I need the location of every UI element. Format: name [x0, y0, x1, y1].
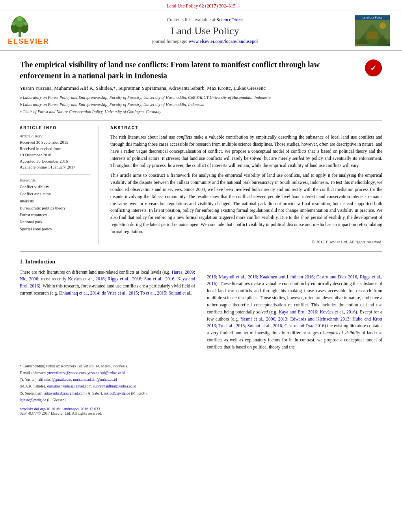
maryudi-ref[interactable]: Maryudi et al., 2016: [219, 274, 257, 279]
history-label: Article history:: [20, 134, 90, 138]
cover-title-bar: Land Use Policy: [355, 15, 390, 20]
keyword-7: Special zone policy: [20, 226, 90, 233]
affiliation-a: a Laboratory on Forest Policy and Entrep…: [20, 95, 382, 101]
svg-point-7: [17, 17, 22, 21]
sun-ref[interactable]: Sun et al., 2016: [144, 276, 174, 281]
soltani2016-ref[interactable]: 2016: [207, 274, 216, 279]
journal-header: ELSEVIER Contents lists available at Sci…: [0, 11, 402, 51]
sciencedirect-link[interactable]: ScienceDirect: [216, 17, 243, 22]
intro-right-text: 2016; Maryudi et al., 2016; Kaakinen and…: [207, 274, 382, 351]
to2015-ref[interactable]: To et al., 2015: [218, 323, 245, 328]
authors: Yusran Yusrana, Muhammad Alif K. Sahidea…: [20, 85, 382, 91]
available-online: Available online 14 January 2017: [20, 164, 90, 171]
issn-text: 0264-8377/© 2017 Elsevier Ltd. All right…: [20, 411, 382, 415]
affiliations: a Laboratory on Forest Policy and Entrep…: [20, 95, 382, 115]
keyword-2: Conflict escalation: [20, 191, 90, 198]
elsevier-logo: ELSEVIER: [8, 16, 55, 46]
intro-left-column: 1. Introduction There are rich literatur…: [20, 259, 195, 354]
svg-rect-0: [19, 32, 21, 37]
two-column-section: ARTICLE INFO Article history: Received 3…: [20, 120, 382, 244]
dhiaulhaq-ref[interactable]: Dhiaulhaq et al., 2014: [59, 291, 99, 295]
article-title: The empirical visibility of land use con…: [20, 59, 359, 81]
email-label: E-mail addresses:: [20, 371, 46, 375]
cover-svg: [355, 20, 390, 44]
elsevier-name: ELSEVIER: [8, 37, 49, 46]
journal-ref-text: Land Use Policy 62 (2017) 302–315: [167, 3, 236, 9]
soltani-ref[interactable]: Soltani et al.: [169, 291, 192, 295]
keywords-list: Conflict visibility Conflict escalation …: [20, 184, 90, 233]
copyright-text: © 2017 Elsevier Ltd. All rights reserved…: [110, 239, 382, 244]
received-date: Received 30 September 2015: [20, 139, 90, 146]
email-krott[interactable]: mkrott@gwdg.de: [104, 391, 130, 395]
email-line-4: (S. Supratman), adrayantisabar@gmail.com…: [20, 391, 382, 396]
journal-cover: Land Use Policy: [355, 15, 390, 46]
email-line-3: (M.A.K. Sahide), supratman.unhas@gmail.c…: [20, 384, 382, 389]
article-title-section: The empirical visibility of land use con…: [20, 59, 382, 81]
kovacs2016-ref[interactable]: Kovács et al., 2016: [320, 310, 355, 314]
kovacs-ref[interactable]: Kovács et al., 2016: [68, 276, 105, 281]
journal-homepage-link[interactable]: www.elsevier.com/locate/landusepol: [188, 39, 258, 44]
keyword-3: Interests: [20, 198, 90, 205]
svg-text:CrossMark: CrossMark: [368, 74, 380, 76]
keywords-label: Keywords:: [20, 178, 90, 182]
kaya-erol2016-ref[interactable]: Kaya and Erol, 2016: [279, 310, 317, 314]
page: Land Use Policy 62 (2017) 302–315 ELSEVI…: [0, 0, 402, 532]
email-sabar[interactable]: adrayantisabar@gmail.com: [44, 391, 86, 395]
journal-center: Contents lists available at ScienceDirec…: [55, 17, 355, 44]
email-alif1[interactable]: alif.mksr@gmail.com: [39, 378, 71, 382]
journal-reference: Land Use Policy 62 (2017) 302–315: [0, 0, 402, 11]
nie-ref[interactable]: Nie, 2006: [20, 276, 38, 281]
journal-title: Land Use Policy: [55, 25, 355, 37]
kaakinen-ref[interactable]: Kaakinen and Lehtinen 2016: [260, 274, 313, 279]
keyword-4: Bureaucratic politics theory: [20, 205, 90, 212]
email-giessen[interactable]: lgiesse@gwdg.de: [20, 398, 46, 402]
section-divider: [20, 251, 382, 252]
abstract-text: The rich literatures about land use conf…: [110, 134, 382, 235]
abstract-para-2: This article aims to construct a framewo…: [110, 172, 382, 235]
svg-text:✓: ✓: [370, 64, 377, 72]
hares-ref[interactable]: Hares, 2009: [172, 270, 194, 274]
abstract-heading: ABSTRACT: [110, 126, 382, 130]
svg-point-6: [24, 22, 28, 26]
email-line-5: lgiesse@gwdg.de (L. Giessen).: [20, 397, 382, 403]
corresponding-author: * Corresponding author at: Kompleks BB V…: [20, 363, 382, 369]
received-revised-label: Received in revised form: [20, 146, 90, 152]
article-info-section: ARTICLE INFO Article history: Received 3…: [20, 126, 99, 244]
to-ref[interactable]: To et al., 2015: [140, 291, 166, 295]
revised-date: 19 December 2016: [20, 152, 90, 158]
sciencedirect-line: Contents lists available at ScienceDirec…: [55, 17, 355, 23]
introduction-section: 1. Introduction There are rich literatur…: [20, 259, 382, 354]
soltani2016b-ref[interactable]: Soltani et al., 2016: [248, 323, 282, 328]
email-alif2[interactable]: muhammad.alif@unhas.ac.id: [73, 378, 117, 382]
castro-diaz2016-ref[interactable]: Castro and Díaz 2016: [285, 323, 324, 328]
email-yusran[interactable]: yusranforest@yahoo.com: [47, 371, 86, 375]
devries-ref[interactable]: de Vries et al., 2015: [102, 291, 138, 295]
affiliation-b: b Laboratory on Forest Policy and Entrep…: [20, 102, 382, 108]
email-line-2: (Y. Yusran), alif.mksr@gmail.com, muhamm…: [20, 377, 382, 382]
main-content: The empirical visibility of land use con…: [0, 51, 402, 423]
email-yusranjusuf[interactable]: yusranjusuf@unhas.ac.id: [87, 371, 125, 375]
edwards-ref[interactable]: Edwards and Kleinschmit 2013: [290, 317, 350, 321]
article-info-heading: ARTICLE INFO: [20, 126, 90, 130]
accepted-date: Accepted 30 December 2016: [20, 158, 90, 165]
crossmark-icon[interactable]: ✓ CrossMark: [365, 59, 382, 77]
email-line: E-mail addresses: yusranforest@yahoo.com…: [20, 370, 382, 376]
footnote-section: * Corresponding author at: Kompleks BB V…: [20, 360, 382, 403]
castro-diaz-ref[interactable]: Castro and Díaz 2016: [316, 274, 357, 279]
elsevier-tree-icon: [8, 16, 32, 37]
keyword-6: National park: [20, 219, 90, 226]
keyword-1: Conflict visibility: [20, 184, 90, 191]
affiliation-c: c Chair of Forest and Nature Conservatio…: [20, 109, 382, 115]
authors-text: Yusran Yusrana, Muhammad Alif K. Sahidea…: [20, 85, 266, 91]
intro-heading: 1. Introduction: [20, 259, 195, 265]
email-supratman1[interactable]: supratman.unhas@gmail.com: [47, 384, 91, 388]
cover-image: [355, 20, 390, 46]
email-supratman2[interactable]: supratmanflhut@unhas.ac.id: [93, 384, 136, 388]
svg-point-5: [12, 22, 16, 26]
abstract-section: ABSTRACT The rich literatures about land…: [110, 126, 382, 244]
riggs-ref[interactable]: Riggs et al., 2016: [108, 276, 141, 281]
svg-point-12: [380, 22, 386, 29]
yasmi-ref[interactable]: Yasmi et al., 2006, 2013: [240, 317, 287, 321]
doi-link[interactable]: http://dx.doi.org/10.1016/j.landusepol.2…: [20, 407, 100, 411]
doi-section: http://dx.doi.org/10.1016/j.landusepol.2…: [20, 407, 382, 415]
